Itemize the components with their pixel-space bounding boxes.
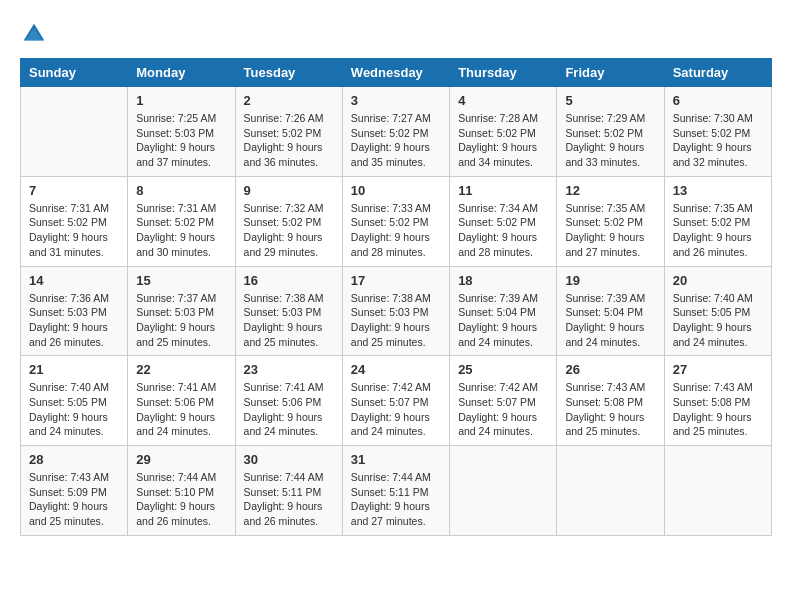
day-number: 13 (673, 183, 763, 198)
calendar-cell: 21Sunrise: 7:40 AM Sunset: 5:05 PM Dayli… (21, 356, 128, 446)
day-number: 11 (458, 183, 548, 198)
calendar-week-row: 28Sunrise: 7:43 AM Sunset: 5:09 PM Dayli… (21, 446, 772, 536)
day-number: 8 (136, 183, 226, 198)
calendar-table: SundayMondayTuesdayWednesdayThursdayFrid… (20, 58, 772, 536)
calendar-cell: 20Sunrise: 7:40 AM Sunset: 5:05 PM Dayli… (664, 266, 771, 356)
day-info: Sunrise: 7:28 AM Sunset: 5:02 PM Dayligh… (458, 111, 548, 170)
calendar-cell: 5Sunrise: 7:29 AM Sunset: 5:02 PM Daylig… (557, 87, 664, 177)
calendar-cell (664, 446, 771, 536)
calendar-week-row: 1Sunrise: 7:25 AM Sunset: 5:03 PM Daylig… (21, 87, 772, 177)
logo (20, 20, 52, 48)
calendar-week-row: 14Sunrise: 7:36 AM Sunset: 5:03 PM Dayli… (21, 266, 772, 356)
day-number: 7 (29, 183, 119, 198)
day-info: Sunrise: 7:44 AM Sunset: 5:11 PM Dayligh… (244, 470, 334, 529)
calendar-cell: 12Sunrise: 7:35 AM Sunset: 5:02 PM Dayli… (557, 176, 664, 266)
calendar-cell: 22Sunrise: 7:41 AM Sunset: 5:06 PM Dayli… (128, 356, 235, 446)
day-number: 17 (351, 273, 441, 288)
weekday-header-sunday: Sunday (21, 59, 128, 87)
weekday-header-saturday: Saturday (664, 59, 771, 87)
calendar-cell: 27Sunrise: 7:43 AM Sunset: 5:08 PM Dayli… (664, 356, 771, 446)
day-info: Sunrise: 7:38 AM Sunset: 5:03 PM Dayligh… (244, 291, 334, 350)
calendar-cell (450, 446, 557, 536)
day-info: Sunrise: 7:43 AM Sunset: 5:09 PM Dayligh… (29, 470, 119, 529)
calendar-container: SundayMondayTuesdayWednesdayThursdayFrid… (20, 20, 772, 536)
day-info: Sunrise: 7:38 AM Sunset: 5:03 PM Dayligh… (351, 291, 441, 350)
calendar-cell: 1Sunrise: 7:25 AM Sunset: 5:03 PM Daylig… (128, 87, 235, 177)
calendar-cell: 31Sunrise: 7:44 AM Sunset: 5:11 PM Dayli… (342, 446, 449, 536)
calendar-cell: 8Sunrise: 7:31 AM Sunset: 5:02 PM Daylig… (128, 176, 235, 266)
day-info: Sunrise: 7:42 AM Sunset: 5:07 PM Dayligh… (458, 380, 548, 439)
day-info: Sunrise: 7:31 AM Sunset: 5:02 PM Dayligh… (136, 201, 226, 260)
day-info: Sunrise: 7:41 AM Sunset: 5:06 PM Dayligh… (136, 380, 226, 439)
calendar-cell: 16Sunrise: 7:38 AM Sunset: 5:03 PM Dayli… (235, 266, 342, 356)
day-info: Sunrise: 7:42 AM Sunset: 5:07 PM Dayligh… (351, 380, 441, 439)
calendar-cell (557, 446, 664, 536)
day-info: Sunrise: 7:43 AM Sunset: 5:08 PM Dayligh… (565, 380, 655, 439)
page-header (20, 20, 772, 48)
day-info: Sunrise: 7:26 AM Sunset: 5:02 PM Dayligh… (244, 111, 334, 170)
calendar-week-row: 7Sunrise: 7:31 AM Sunset: 5:02 PM Daylig… (21, 176, 772, 266)
day-number: 31 (351, 452, 441, 467)
calendar-cell: 7Sunrise: 7:31 AM Sunset: 5:02 PM Daylig… (21, 176, 128, 266)
day-number: 27 (673, 362, 763, 377)
calendar-cell: 23Sunrise: 7:41 AM Sunset: 5:06 PM Dayli… (235, 356, 342, 446)
day-number: 5 (565, 93, 655, 108)
calendar-cell: 3Sunrise: 7:27 AM Sunset: 5:02 PM Daylig… (342, 87, 449, 177)
day-number: 19 (565, 273, 655, 288)
calendar-cell: 4Sunrise: 7:28 AM Sunset: 5:02 PM Daylig… (450, 87, 557, 177)
day-number: 9 (244, 183, 334, 198)
day-number: 26 (565, 362, 655, 377)
calendar-cell: 2Sunrise: 7:26 AM Sunset: 5:02 PM Daylig… (235, 87, 342, 177)
day-number: 29 (136, 452, 226, 467)
day-info: Sunrise: 7:40 AM Sunset: 5:05 PM Dayligh… (29, 380, 119, 439)
day-number: 24 (351, 362, 441, 377)
day-info: Sunrise: 7:41 AM Sunset: 5:06 PM Dayligh… (244, 380, 334, 439)
weekday-header-row: SundayMondayTuesdayWednesdayThursdayFrid… (21, 59, 772, 87)
day-info: Sunrise: 7:27 AM Sunset: 5:02 PM Dayligh… (351, 111, 441, 170)
calendar-cell: 30Sunrise: 7:44 AM Sunset: 5:11 PM Dayli… (235, 446, 342, 536)
day-number: 4 (458, 93, 548, 108)
day-number: 14 (29, 273, 119, 288)
weekday-header-wednesday: Wednesday (342, 59, 449, 87)
calendar-cell: 11Sunrise: 7:34 AM Sunset: 5:02 PM Dayli… (450, 176, 557, 266)
day-number: 2 (244, 93, 334, 108)
day-number: 21 (29, 362, 119, 377)
calendar-cell: 28Sunrise: 7:43 AM Sunset: 5:09 PM Dayli… (21, 446, 128, 536)
day-info: Sunrise: 7:40 AM Sunset: 5:05 PM Dayligh… (673, 291, 763, 350)
day-number: 20 (673, 273, 763, 288)
calendar-cell: 18Sunrise: 7:39 AM Sunset: 5:04 PM Dayli… (450, 266, 557, 356)
day-info: Sunrise: 7:39 AM Sunset: 5:04 PM Dayligh… (565, 291, 655, 350)
day-number: 10 (351, 183, 441, 198)
weekday-header-thursday: Thursday (450, 59, 557, 87)
day-info: Sunrise: 7:30 AM Sunset: 5:02 PM Dayligh… (673, 111, 763, 170)
calendar-cell: 10Sunrise: 7:33 AM Sunset: 5:02 PM Dayli… (342, 176, 449, 266)
day-info: Sunrise: 7:32 AM Sunset: 5:02 PM Dayligh… (244, 201, 334, 260)
day-info: Sunrise: 7:29 AM Sunset: 5:02 PM Dayligh… (565, 111, 655, 170)
day-number: 28 (29, 452, 119, 467)
day-info: Sunrise: 7:34 AM Sunset: 5:02 PM Dayligh… (458, 201, 548, 260)
day-number: 23 (244, 362, 334, 377)
day-number: 6 (673, 93, 763, 108)
calendar-week-row: 21Sunrise: 7:40 AM Sunset: 5:05 PM Dayli… (21, 356, 772, 446)
day-info: Sunrise: 7:35 AM Sunset: 5:02 PM Dayligh… (565, 201, 655, 260)
calendar-cell: 6Sunrise: 7:30 AM Sunset: 5:02 PM Daylig… (664, 87, 771, 177)
calendar-cell: 26Sunrise: 7:43 AM Sunset: 5:08 PM Dayli… (557, 356, 664, 446)
day-info: Sunrise: 7:39 AM Sunset: 5:04 PM Dayligh… (458, 291, 548, 350)
day-number: 3 (351, 93, 441, 108)
calendar-cell: 15Sunrise: 7:37 AM Sunset: 5:03 PM Dayli… (128, 266, 235, 356)
day-info: Sunrise: 7:44 AM Sunset: 5:11 PM Dayligh… (351, 470, 441, 529)
day-info: Sunrise: 7:35 AM Sunset: 5:02 PM Dayligh… (673, 201, 763, 260)
day-info: Sunrise: 7:37 AM Sunset: 5:03 PM Dayligh… (136, 291, 226, 350)
day-info: Sunrise: 7:44 AM Sunset: 5:10 PM Dayligh… (136, 470, 226, 529)
day-info: Sunrise: 7:33 AM Sunset: 5:02 PM Dayligh… (351, 201, 441, 260)
weekday-header-friday: Friday (557, 59, 664, 87)
day-number: 25 (458, 362, 548, 377)
calendar-cell: 13Sunrise: 7:35 AM Sunset: 5:02 PM Dayli… (664, 176, 771, 266)
day-info: Sunrise: 7:36 AM Sunset: 5:03 PM Dayligh… (29, 291, 119, 350)
calendar-cell: 25Sunrise: 7:42 AM Sunset: 5:07 PM Dayli… (450, 356, 557, 446)
calendar-cell: 19Sunrise: 7:39 AM Sunset: 5:04 PM Dayli… (557, 266, 664, 356)
day-info: Sunrise: 7:25 AM Sunset: 5:03 PM Dayligh… (136, 111, 226, 170)
day-info: Sunrise: 7:43 AM Sunset: 5:08 PM Dayligh… (673, 380, 763, 439)
day-number: 22 (136, 362, 226, 377)
calendar-cell: 24Sunrise: 7:42 AM Sunset: 5:07 PM Dayli… (342, 356, 449, 446)
